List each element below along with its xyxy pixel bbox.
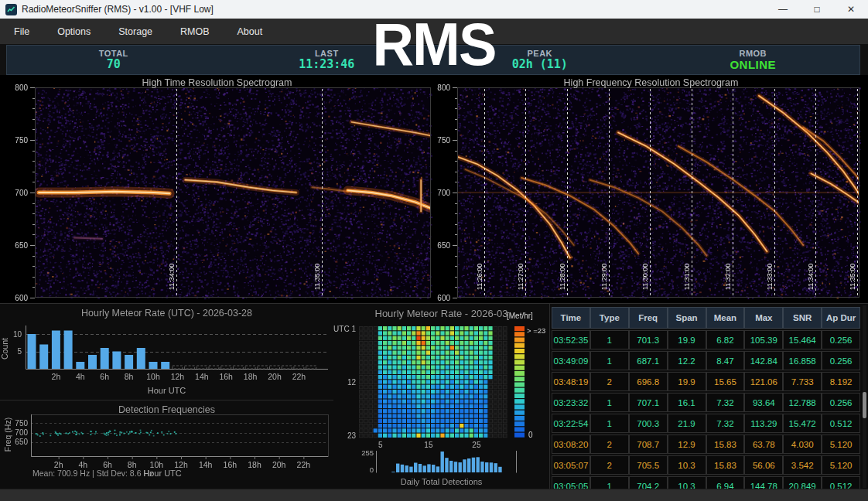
bottom-row: Hourly Meteor Rate (UTC) - 2026-03-28 Co… xyxy=(0,303,868,489)
spectrogram-freq-panel: High Frequency Resolution Spectrogram xyxy=(434,75,868,303)
spectrogram-row: High Time Resolution Spectrogram High Fr… xyxy=(0,75,868,303)
table-cell: 705.5 xyxy=(629,455,668,475)
table-cell: 15.65 xyxy=(706,372,745,391)
table-cell: 2 xyxy=(590,455,629,475)
status-strip xyxy=(0,489,868,501)
table-row[interactable]: 03:08:202708.712.915.8363.784.0305.120 xyxy=(552,435,860,454)
column-header-type[interactable]: Type xyxy=(590,307,629,329)
table-cell: 5.120 xyxy=(822,455,860,475)
table-cell: 687.1 xyxy=(629,351,668,370)
table-cell: 03:48:19 xyxy=(552,372,590,391)
column-header-max[interactable]: Max xyxy=(744,307,783,329)
table-cell: 113.29 xyxy=(744,414,783,433)
table-cell: 142.84 xyxy=(744,351,783,370)
window-title: RadioMeteorSniffer (RMS) - v1.00 - [VHF … xyxy=(22,4,214,15)
table-cell: 12.788 xyxy=(783,393,822,412)
table-cell: 15.83 xyxy=(706,455,745,475)
app-icon xyxy=(5,4,17,15)
colorbar-max-label: > =23 xyxy=(527,326,545,335)
table-cell: 8.192 xyxy=(822,372,860,391)
detection-freq-ylabel: Freq (Hz) xyxy=(3,418,12,452)
table-cell: 701.3 xyxy=(629,330,668,349)
table-cell: 12.2 xyxy=(668,351,706,370)
spectrogram-time-canvas xyxy=(0,75,434,303)
table-cell: 7.32 xyxy=(706,414,745,433)
table-row[interactable]: 03:05:072705.510.315.8356.063.5425.120 xyxy=(552,455,860,475)
table-cell: 0.256 xyxy=(822,351,860,370)
spectrogram-freq-canvas xyxy=(434,75,868,303)
table-cell: 1 xyxy=(590,351,629,370)
monthly-heatmap-panel: Hourly Meteor Rate - 2026-03 [Met/hr] > … xyxy=(333,304,550,489)
table-cell: 15.83 xyxy=(706,435,745,454)
column-header-snr[interactable]: SNR xyxy=(783,307,822,329)
hourly-rate-xlabel: Hour UTC xyxy=(0,386,333,395)
table-row[interactable]: 03:52:351701.319.96.82105.3915.4640.256 xyxy=(552,330,860,349)
column-header-ap-dur[interactable]: Ap Dur xyxy=(822,307,860,329)
detection-freq-panel: Detection Frequencies Freq (Hz) Mean: 70… xyxy=(0,400,333,489)
table-cell: 16.858 xyxy=(783,351,822,370)
daily-totals-title: Daily Total Detections xyxy=(333,477,549,486)
menu-item-file[interactable]: File xyxy=(0,21,43,43)
column-header-span[interactable]: Span xyxy=(668,307,706,329)
table-cell: 03:05:07 xyxy=(552,455,590,475)
table-row[interactable]: 03:23:321707.116.17.3293.6412.7880.256 xyxy=(552,393,860,412)
table-cell: 700.3 xyxy=(629,414,668,433)
minimize-button[interactable]: — xyxy=(766,0,800,19)
menu-item-storage[interactable]: Storage xyxy=(104,21,166,43)
colorbar-min-label: 0 xyxy=(528,431,533,439)
table-cell: 16.1 xyxy=(668,393,706,412)
table-cell: 56.06 xyxy=(744,455,783,475)
spectrogram-time-title: High Time Resolution Spectrogram xyxy=(0,77,434,88)
table-cell: 12.9 xyxy=(668,435,706,454)
spectrogram-freq-title: High Frequency Resolution Spectrogram xyxy=(434,77,868,88)
table-cell: 6.82 xyxy=(706,330,745,349)
table-cell: 15.464 xyxy=(783,330,822,349)
table-cell: 8.47 xyxy=(706,351,745,370)
menu-item-rmob[interactable]: RMOB xyxy=(166,21,224,43)
detections-table: TimeTypeFreqSpanMeanMaxSNRAp Dur 03:52:3… xyxy=(552,305,860,497)
table-cell: 03:22:54 xyxy=(552,414,590,433)
table-row[interactable]: 03:49:091687.112.28.47142.8416.8580.256 xyxy=(552,351,860,370)
menu-item-about[interactable]: About xyxy=(224,21,277,43)
hourly-rate-panel: Hourly Meteor Rate (UTC) - 2026-03-28 Co… xyxy=(0,304,333,400)
table-cell: 03:08:20 xyxy=(552,435,590,454)
table-cell: 03:52:35 xyxy=(552,330,590,349)
column-header-time[interactable]: Time xyxy=(552,307,590,329)
table-row[interactable]: 03:48:192696.819.915.65121.067.7338.192 xyxy=(552,372,860,391)
menu-item-options[interactable]: Options xyxy=(43,21,104,43)
table-cell: 4.030 xyxy=(783,435,822,454)
table-cell: 0.512 xyxy=(822,414,860,433)
colorbar-units-label: [Met/hr] xyxy=(507,312,533,320)
table-row[interactable]: 03:22:541700.321.97.32113.2915.4720.512 xyxy=(552,414,860,433)
table-cell: 7.733 xyxy=(783,372,822,391)
table-cell: 5.120 xyxy=(822,435,860,454)
table-cell: 03:23:32 xyxy=(552,393,590,412)
detections-table-panel: TimeTypeFreqSpanMeanMaxSNRAp Dur 03:52:3… xyxy=(550,304,868,489)
table-cell: 63.78 xyxy=(744,435,783,454)
table-cell: 21.9 xyxy=(668,414,706,433)
column-header-mean[interactable]: Mean xyxy=(706,307,745,329)
table-scrollbar[interactable] xyxy=(863,305,866,488)
table-cell: 7.32 xyxy=(706,393,745,412)
app-logo: RMS xyxy=(373,14,496,74)
table-cell: 696.8 xyxy=(629,372,668,391)
stat-label: RMOB xyxy=(647,49,860,59)
monthly-heatmap-canvas xyxy=(333,304,550,489)
maximize-button[interactable]: □ xyxy=(800,0,834,19)
table-cell: 10.3 xyxy=(668,455,706,475)
table-cell: 0.256 xyxy=(822,393,860,412)
table-cell: 1 xyxy=(590,393,629,412)
stat-total: TOTAL70 xyxy=(7,49,220,72)
table-cell: 708.7 xyxy=(629,435,668,454)
table-cell: 121.06 xyxy=(744,372,783,391)
column-header-freq[interactable]: Freq xyxy=(629,307,668,329)
spectrogram-time-panel: High Time Resolution Spectrogram xyxy=(0,75,434,303)
app-window: RadioMeteorSniffer (RMS) - v1.00 - [VHF … xyxy=(0,0,868,501)
close-button[interactable]: ✕ xyxy=(834,0,868,19)
table-cell: 03:49:09 xyxy=(552,351,590,370)
hourly-rate-ylabel: Count xyxy=(0,338,9,360)
table-cell: 105.39 xyxy=(744,330,783,349)
table-cell: 707.1 xyxy=(629,393,668,412)
table-cell: 2 xyxy=(590,435,629,454)
table-scrollbar-thumb[interactable] xyxy=(863,392,866,418)
